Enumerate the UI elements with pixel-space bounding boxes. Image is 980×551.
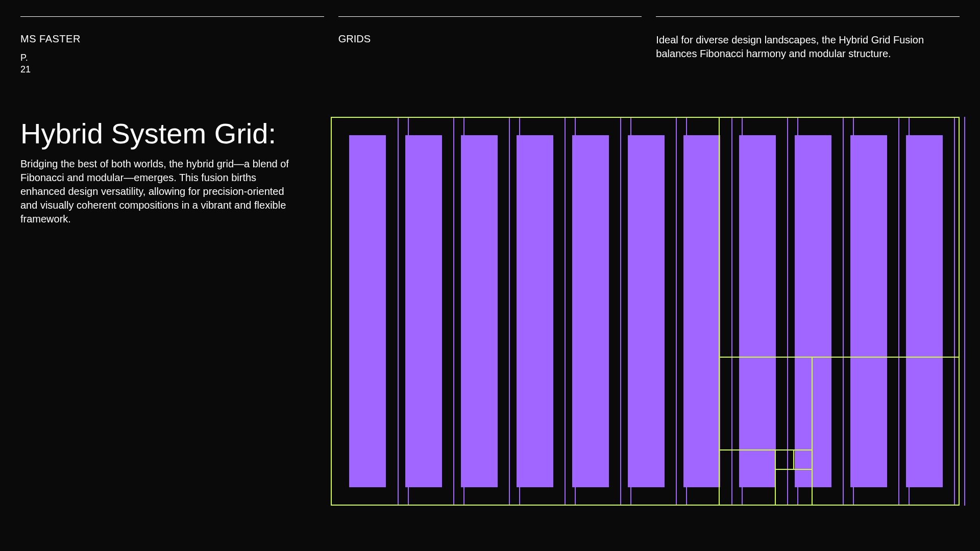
header: MS FASTER P. 21 GRIDS Ideal for diverse … bbox=[20, 16, 960, 75]
fibonacci-frame bbox=[775, 469, 813, 506]
page: MS FASTER P. 21 GRIDS Ideal for diverse … bbox=[0, 0, 980, 551]
hybrid-grid-diagram bbox=[331, 117, 960, 506]
body: Hybrid System Grid: Bridging the best of… bbox=[20, 117, 960, 531]
fibonacci-frame bbox=[775, 449, 794, 470]
diagram-column bbox=[331, 117, 960, 531]
header-col-right: Ideal for diverse design landscapes, the… bbox=[656, 16, 960, 75]
page-prefix: P. bbox=[20, 53, 28, 63]
tagline-text: Ideal for diverse design landscapes, the… bbox=[656, 33, 952, 61]
category-label: GRIDS bbox=[338, 33, 642, 45]
page-number: P. 21 bbox=[20, 52, 324, 75]
fibonacci-frame bbox=[719, 449, 776, 506]
text-column: Hybrid System Grid: Bridging the best of… bbox=[20, 117, 316, 531]
header-col-left: MS FASTER P. 21 bbox=[20, 16, 324, 75]
fibonacci-frame bbox=[719, 357, 813, 450]
page-value: 21 bbox=[20, 64, 31, 74]
fibonacci-frame bbox=[812, 357, 960, 506]
page-title: Hybrid System Grid: bbox=[20, 117, 316, 150]
page-description: Bridging the best of both worlds, the hy… bbox=[20, 157, 296, 226]
fibonacci-frame bbox=[331, 117, 720, 506]
header-col-mid: GRIDS bbox=[338, 16, 642, 75]
brand-label: MS FASTER bbox=[20, 33, 324, 45]
fibonacci-frame bbox=[719, 117, 960, 358]
fibonacci-frame bbox=[793, 449, 813, 470]
